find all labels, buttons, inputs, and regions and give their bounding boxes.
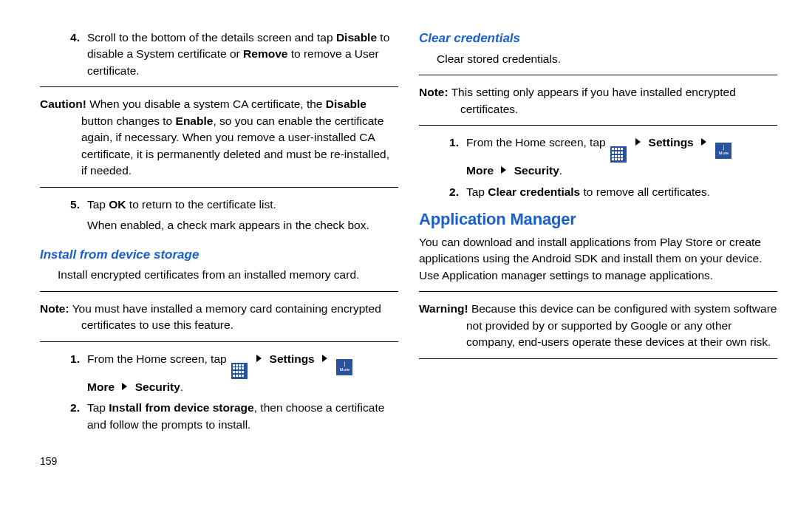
arrow-icon <box>635 138 641 146</box>
clear-step-2: 2. Tap Clear credentials to remove all c… <box>419 184 777 200</box>
install-step-1: 1. From the Home screen, tap Settings ⁞M… <box>40 351 398 395</box>
install-note: Note: You must have installed a memory c… <box>40 301 398 334</box>
divider <box>419 358 777 359</box>
appmgr-desc: You can download and install application… <box>419 234 777 284</box>
arrow-icon <box>256 355 262 362</box>
list-body: Tap Install from device storage, then ch… <box>87 400 398 433</box>
divider <box>419 75 777 75</box>
application-manager-heading: Application Manager <box>419 208 777 231</box>
arrow-icon <box>701 138 706 146</box>
clear-step-1: 1. From the Home screen, tap Settings ⁞M… <box>419 134 777 179</box>
install-step-2: 2. Tap Install from device storage, then… <box>40 400 398 433</box>
divider <box>419 291 777 292</box>
clear-note: Note: This setting only appears if you h… <box>419 84 777 117</box>
list-number: 1. <box>40 351 87 395</box>
list-number: 4. <box>40 30 87 79</box>
list-body: From the Home screen, tap Settings ⁞More… <box>466 134 777 179</box>
clear-desc: Clear stored credentials. <box>437 51 777 67</box>
list-number: 5. <box>40 197 87 234</box>
arrow-icon <box>322 355 327 362</box>
page-number: 159 <box>40 454 398 468</box>
divider <box>419 125 777 126</box>
list-body: Tap Clear credentials to remove all cert… <box>466 184 777 200</box>
step-5: 5. Tap OK to return to the certificate l… <box>40 197 398 234</box>
divider <box>40 86 398 87</box>
list-body: Scroll to the bottom of the details scre… <box>87 30 398 79</box>
right-column: Clear credentials Clear stored credentia… <box>419 30 777 517</box>
arrow-icon <box>122 383 127 390</box>
divider <box>40 341 398 342</box>
more-tab-icon: ⁞More <box>715 143 732 159</box>
install-from-storage-heading: Install from device storage <box>40 246 398 265</box>
list-body: From the Home screen, tap Settings ⁞More… <box>87 351 398 395</box>
clear-credentials-heading: Clear credentials <box>419 30 777 48</box>
step-4: 4. Scroll to the bottom of the details s… <box>40 30 398 79</box>
list-number: 1. <box>419 134 466 179</box>
list-body: Tap OK to return to the certificate list… <box>87 197 398 234</box>
apps-grid-icon <box>231 363 248 379</box>
caution-note: Caution! When you disable a system CA ce… <box>40 96 398 179</box>
list-number: 2. <box>40 400 87 433</box>
apps-grid-icon <box>610 146 627 163</box>
more-tab-icon: ⁞More <box>336 359 352 375</box>
left-column: 4. Scroll to the bottom of the details s… <box>40 30 398 517</box>
divider <box>40 291 398 292</box>
divider <box>40 187 398 188</box>
list-number: 2. <box>419 184 466 200</box>
manual-page: 4. Scroll to the bottom of the details s… <box>0 0 798 532</box>
appmgr-warning: Warning! Because this device can be conf… <box>419 301 777 350</box>
arrow-icon <box>501 166 506 174</box>
install-desc: Install encrypted certificates from an i… <box>58 267 398 283</box>
